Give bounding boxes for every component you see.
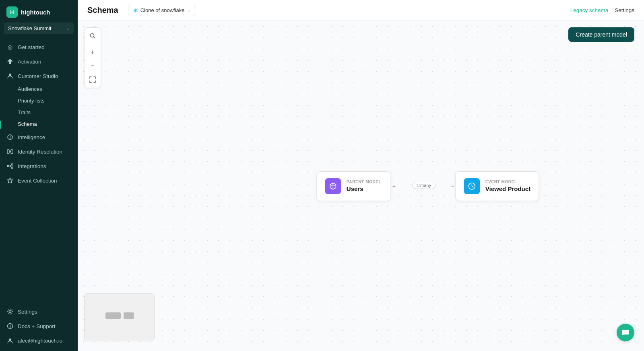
snowflake-icon: ❄ [133,7,138,14]
svg-point-6 [11,167,13,168]
sidebar-item-label: Customer Studio [18,73,58,79]
event-model-type-label: EVENT MODEL [485,180,530,184]
svg-point-7 [9,311,11,313]
create-parent-model-button[interactable]: Create parent model [568,27,634,42]
fit-to-screen-button[interactable] [86,73,99,86]
source-selector-chevron-icon: ⌄ [187,8,191,13]
sidebar-item-audiences[interactable]: Audiences [0,83,78,95]
schema-diagram: PARENT MODEL Users + 1:many → [316,171,539,201]
event-model-info: EVENT MODEL Viewed Product [485,180,530,192]
zoom-out-button[interactable]: − [86,60,99,72]
svg-point-0 [9,74,11,76]
sidebar-logo: H hightouch [0,0,78,23]
sidebar-item-label: Intelligence [18,134,45,140]
sidebar-item-label: Identity Resolution [18,149,62,155]
logo-icon: H [6,6,18,18]
sidebar-item-customer-studio[interactable]: Customer Studio [0,69,78,83]
get-started-icon: ◎ [6,43,14,51]
sidebar-item-schema[interactable]: Schema [0,118,78,130]
user-email: alec@hightouch.io [18,338,62,344]
sidebar-item-label: Settings [18,309,37,315]
workspace-chevron: ⌄ [66,26,70,31]
user-avatar-icon [6,337,14,344]
parent-model-card[interactable]: PARENT MODEL Users [316,171,391,201]
zoom-in-button[interactable]: + [86,46,99,59]
chat-button[interactable] [617,324,634,341]
parent-model-info: PARENT MODEL Users [347,180,381,192]
canvas-toolbar: + − [84,27,101,88]
topbar: Schema ❄ Clone of snowflake ⌄ Legacy sch… [78,0,644,21]
sidebar-item-event-collection[interactable]: Event Collection [0,173,78,188]
sidebar-item-priority-lists[interactable]: Priority lists [0,95,78,107]
logo-text: hightouch [21,9,50,16]
svg-point-5 [11,164,13,165]
settings-icon [6,308,14,315]
svg-rect-3 [11,150,13,154]
activation-icon [6,58,14,65]
event-model-card[interactable]: EVENT MODEL Viewed Product [455,171,539,201]
settings-button[interactable]: Settings [615,7,634,13]
customer-studio-icon [6,72,14,80]
sidebar-item-label: Event Collection [18,178,57,184]
sidebar-item-label: Activation [18,59,41,65]
identity-resolution-icon [6,148,14,155]
minimap [84,293,155,341]
sidebar-item-user[interactable]: alec@hightouch.io [0,333,78,348]
sidebar: H hightouch Snowflake Summit ⌄ ◎ Get sta… [0,0,78,351]
workspace-selector[interactable]: Snowflake Summit ⌄ [4,23,74,34]
sidebar-item-label: Get started [18,44,45,50]
event-model-name: Viewed Product [485,185,530,192]
sidebar-item-traits[interactable]: Traits [0,107,78,118]
connector-arrow-icon: → [450,183,455,189]
svg-point-9 [9,339,11,341]
sidebar-item-docs-support[interactable]: Docs + Support [0,319,78,333]
svg-point-4 [7,165,9,167]
sidebar-item-activation[interactable]: Activation [0,54,78,69]
sidebar-item-integrations[interactable]: Integrations [0,159,78,173]
sidebar-item-identity-resolution[interactable]: Identity Resolution [0,144,78,159]
sidebar-nav: ◎ Get started Activation Customer Studio… [0,38,78,301]
connector-label: 1:many [412,182,436,189]
topbar-actions: Legacy schema Settings [570,7,634,13]
sidebar-item-intelligence[interactable]: Intelligence [0,130,78,144]
source-selector[interactable]: ❄ Clone of snowflake ⌄ [128,5,196,16]
canvas-area: + − Create parent model [78,21,644,351]
main-area: Schema ❄ Clone of snowflake ⌄ Legacy sch… [78,0,644,351]
sidebar-bottom: Settings Docs + Support alec@hightouch.i… [0,301,78,351]
legacy-schema-link[interactable]: Legacy schema [570,7,609,13]
minimap-node-event [124,312,134,319]
sidebar-item-settings[interactable]: Settings [0,304,78,319]
search-tool-button[interactable] [86,29,99,42]
sidebar-item-get-started[interactable]: ◎ Get started [0,40,78,54]
page-title: Schema [87,6,118,15]
parent-model-name: Users [347,185,381,192]
parent-model-icon [325,178,341,194]
intelligence-icon [6,133,14,141]
workspace-name: Snowflake Summit [8,25,52,31]
sidebar-item-label: Integrations [18,163,46,169]
docs-support-icon [6,322,14,330]
parent-model-type-label: PARENT MODEL [347,180,381,184]
event-collection-icon [6,177,14,184]
connector-plus-icon: + [392,183,396,189]
sidebar-item-label: Docs + Support [18,323,55,329]
event-model-icon [464,178,480,194]
integrations-icon [6,162,14,170]
svg-rect-2 [7,150,9,154]
connector-line: 1:many [397,186,450,187]
minimap-node-parent [105,312,121,319]
schema-connector: + 1:many → [391,183,455,189]
source-selector-label: Clone of snowflake [140,7,185,13]
